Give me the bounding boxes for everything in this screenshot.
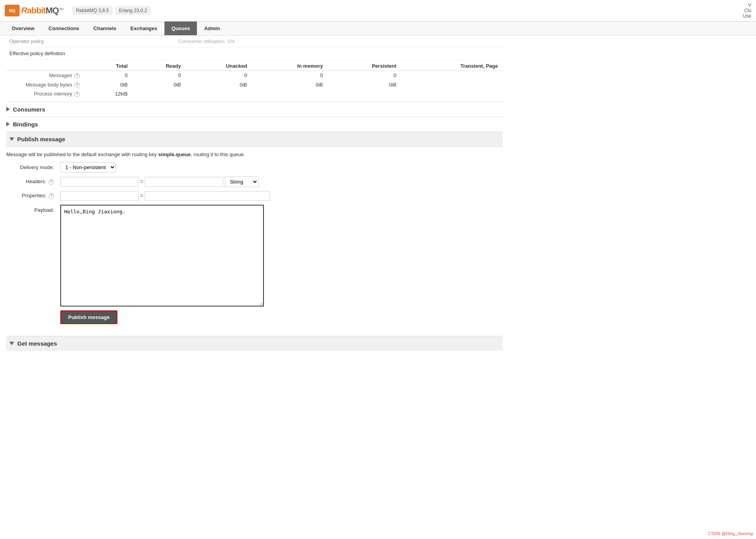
processmem-total: 12kiB — [85, 89, 132, 99]
processmem-persistent — [328, 89, 401, 99]
bindings-section-header[interactable]: Bindings — [6, 117, 503, 132]
headers-row: Headers: ? = String Number Boolean — [6, 177, 503, 187]
operator-policy-row: Operator policy Consumer utilisation 0% — [6, 36, 503, 47]
publish-section-header[interactable]: Publish message — [6, 132, 503, 147]
consumer-util-value: 0% — [228, 38, 235, 44]
headers-key-input[interactable] — [60, 177, 139, 187]
nav-queues[interactable]: Queues — [164, 22, 197, 35]
properties-equals: = — [140, 193, 143, 199]
get-messages-section-label: Get messages — [17, 340, 57, 347]
messages-persistent: 0 — [328, 71, 401, 80]
processmem-unacked — [186, 89, 252, 99]
table-row-messages: Messages ? 0 0 0 0 0 — [6, 71, 503, 80]
properties-label: Properties: ? — [6, 193, 57, 199]
msgbytes-ready: 0iB — [132, 80, 186, 90]
msgbytes-inmemory: 0iB — [252, 80, 328, 90]
main-content: Operator policy Consumer utilisation 0% … — [0, 36, 509, 357]
messages-help-icon[interactable]: ? — [74, 73, 80, 79]
messages-total: 0 — [85, 71, 132, 80]
consumers-collapse-icon — [6, 107, 10, 112]
delivery-mode-label: Delivery mode: — [6, 164, 57, 170]
top-bar: MQ RabbitMQTM RabbitMQ 3.8.5 Erlang 23.0… — [0, 0, 756, 22]
consumers-section-header[interactable]: Consumers — [6, 102, 503, 117]
headers-value-input[interactable] — [145, 177, 223, 187]
msgbytes-persistent: 0iB — [328, 80, 401, 90]
queue-name: simple.queue — [158, 151, 191, 157]
logo-tm: TM — [59, 7, 63, 11]
delivery-mode-row: Delivery mode: 1 - Non-persistent 2 - Pe… — [6, 162, 503, 173]
get-messages-section: Get messages — [6, 336, 503, 351]
col-header-ready: Ready — [132, 61, 186, 71]
headers-input-group: = String Number Boolean — [60, 177, 258, 187]
publish-button-row: Publish message — [60, 310, 503, 324]
logo-text: RabbitMQTM — [21, 5, 63, 16]
bindings-collapse-icon — [6, 122, 10, 126]
erlang-version-badge: Erlang 23.0.2 — [115, 7, 150, 14]
msgbytes-total: 0iB — [85, 80, 132, 90]
logo-icon: MQ — [5, 5, 20, 16]
logo: MQ RabbitMQTM — [5, 5, 63, 16]
messages-transient — [401, 71, 503, 80]
msgbytes-label: Message body bytes ? — [6, 80, 85, 90]
msgbytes-unacked: 0iB — [186, 80, 252, 90]
processmem-ready — [132, 89, 186, 99]
version-badges: RabbitMQ 3.8.5 Erlang 23.0.2 — [72, 7, 150, 14]
messages-unacked: 0 — [186, 71, 252, 80]
table-row-msgbytes: Message body bytes ? 0iB 0iB 0iB 0iB 0iB — [6, 80, 503, 90]
properties-key-input[interactable] — [60, 191, 139, 201]
operator-policy-label: Operator policy — [6, 37, 92, 46]
msgbytes-help-icon[interactable]: ? — [74, 82, 80, 88]
nav-admin[interactable]: Admin — [197, 22, 227, 35]
publish-description: Message will be published to the default… — [6, 151, 503, 157]
properties-help-icon[interactable]: ? — [49, 193, 54, 199]
properties-row: Properties: ? = — [6, 191, 503, 201]
effective-policy-row: Effective policy definition — [6, 47, 503, 60]
nav-overview[interactable]: Overview — [5, 22, 41, 35]
consumers-section-label: Consumers — [13, 106, 45, 113]
col-header-persistent: Persistent — [328, 61, 401, 71]
payload-label: Payload: — [6, 205, 57, 213]
stats-table: Total Ready Unacked In memory Persistent… — [6, 61, 503, 99]
get-messages-section-header[interactable]: Get messages — [6, 336, 503, 351]
headers-type-select[interactable]: String Number Boolean — [225, 177, 258, 187]
rabbitmq-version-badge: RabbitMQ 3.8.5 — [72, 7, 112, 14]
delivery-mode-select[interactable]: 1 - Non-persistent 2 - Persistent — [60, 162, 116, 173]
properties-value-input[interactable] — [145, 191, 270, 201]
publish-section-content: Message will be published to the default… — [6, 147, 503, 333]
headers-help-icon[interactable]: ? — [49, 179, 54, 185]
col-header-unacked: Unacked — [186, 61, 252, 71]
msgbytes-transient — [401, 80, 503, 90]
nav-channels[interactable]: Channels — [87, 22, 124, 35]
headers-equals: = — [140, 178, 143, 185]
properties-input-group: = — [60, 191, 270, 201]
processmem-transient — [401, 89, 503, 99]
effective-policy-label: Effective policy definition — [6, 49, 92, 58]
col-header-empty — [6, 61, 85, 71]
stats-table-wrapper: Total Ready Unacked In memory Persistent… — [6, 60, 503, 99]
publish-message-button[interactable]: Publish message — [60, 310, 117, 324]
publish-collapse-icon — [9, 137, 14, 141]
bindings-section-label: Bindings — [13, 121, 38, 128]
processmem-label: Process memory ? — [6, 89, 85, 99]
processmem-inmemory — [252, 89, 328, 99]
col-header-inmemory: In memory — [252, 61, 328, 71]
table-row-processmem: Process memory ? 12kiB — [6, 89, 503, 99]
headers-label: Headers: ? — [6, 178, 57, 185]
get-messages-collapse-icon — [9, 342, 14, 345]
col-header-total: Total — [85, 61, 132, 71]
messages-inmemory: 0 — [252, 71, 328, 80]
messages-label: Messages ? — [6, 71, 85, 80]
top-right-info: V Clu Use — [743, 2, 751, 19]
col-header-transient: Transient, Page — [401, 61, 503, 71]
nav-bar: Overview Connections Channels Exchanges … — [0, 22, 756, 36]
payload-row: Payload: — [6, 205, 503, 306]
nav-exchanges[interactable]: Exchanges — [123, 22, 164, 35]
publish-section-label: Publish message — [17, 136, 65, 142]
payload-textarea[interactable] — [60, 205, 264, 306]
svg-text:MQ: MQ — [9, 9, 15, 13]
nav-connections[interactable]: Connections — [41, 22, 87, 35]
consumer-util-label: Consumer utilisation — [179, 38, 225, 44]
messages-ready: 0 — [132, 71, 186, 80]
processmem-help-icon[interactable]: ? — [74, 92, 80, 97]
publish-message-section: Publish message Message will be publishe… — [6, 132, 503, 333]
